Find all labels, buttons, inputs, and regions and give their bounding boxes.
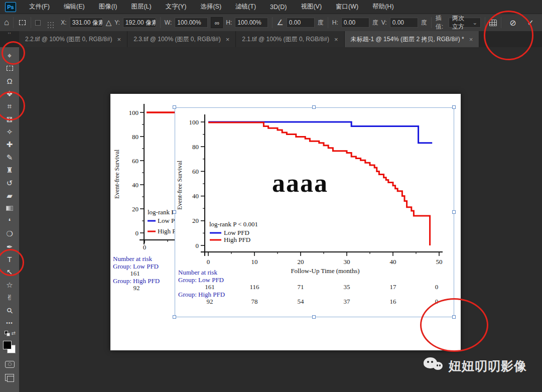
- menu-图像(I)[interactable]: 图像(I): [92, 0, 124, 14]
- bg-number-at-risk-title: Number at risk: [113, 255, 152, 263]
- document-tab[interactable]: 未标题-1 @ 154% (图层 2 拷贝, RGB/8#) *×: [345, 31, 480, 47]
- reference-point-locator-icon[interactable]: [48, 22, 49, 23]
- svg-text:80: 80: [132, 133, 139, 141]
- height-input[interactable]: 100.00%: [235, 18, 268, 28]
- transform-handle[interactable]: [173, 210, 176, 214]
- y-axis-label: Event-free Survival: [176, 160, 183, 210]
- low-risk-value: 35: [344, 283, 350, 291]
- menu-视图(V)[interactable]: 视图(V): [294, 0, 329, 14]
- transform-handle[interactable]: [452, 105, 456, 109]
- menu-文件(F)[interactable]: 文件(F): [22, 0, 57, 14]
- svg-text:Low PFD: Low PFD: [158, 217, 175, 224]
- clone-stamp-tool[interactable]: ♜: [3, 164, 16, 177]
- lasso-tool[interactable]: Ω: [3, 75, 16, 87]
- tab-close-icon[interactable]: ×: [469, 36, 473, 43]
- document-tab[interactable]: 2.3.tif @ 100% (图层 0, RGB/8#)×: [127, 31, 236, 47]
- document-tab[interactable]: 2.2.tif @ 100% (图层 0, RGB/8#)×: [19, 31, 127, 47]
- shape-tool[interactable]: ☆: [3, 279, 16, 291]
- home-icon[interactable]: ⌂: [4, 18, 9, 28]
- toolbar-ellipsis[interactable]: •••: [3, 317, 16, 329]
- swap-colors-icon[interactable]: ⇄: [12, 330, 16, 336]
- svg-text:40: 40: [390, 258, 396, 266]
- history-brush-tool[interactable]: ↺: [3, 177, 16, 189]
- y-input[interactable]: 192.00 像素: [123, 18, 156, 28]
- svg-text:20: 20: [192, 217, 199, 224]
- tab-close-icon[interactable]: ×: [226, 36, 230, 43]
- low-risk-value: 116: [249, 283, 259, 291]
- background-chart-layer: 1008060402000Event-free Survivallog-rank…: [110, 94, 175, 315]
- group-low-label: Group: Low PFD: [178, 276, 224, 284]
- dodge-tool[interactable]: ❍: [3, 227, 16, 240]
- interpolation-label: 插值:: [436, 14, 446, 31]
- tab-close-icon[interactable]: ×: [334, 36, 338, 43]
- document-tab[interactable]: 2.1.tif @ 100% (图层 0, RGB/8#)×: [236, 31, 344, 47]
- transform-handle[interactable]: [452, 210, 456, 214]
- blur-tool[interactable]: ❛: [3, 215, 16, 227]
- width-label: W:: [165, 19, 172, 26]
- menu-图层(L)[interactable]: 图层(L): [124, 0, 158, 14]
- x-input[interactable]: 331.00 像素: [70, 18, 103, 28]
- wechat-icon: [424, 357, 444, 374]
- eyedropper-tool[interactable]: ✧: [3, 125, 16, 138]
- transform-handle[interactable]: [312, 315, 316, 319]
- quick-mask-icon[interactable]: [5, 361, 15, 368]
- reference-point-checkbox[interactable]: [35, 20, 41, 26]
- document-canvas[interactable]: 1008060402000Event-free Survivallog-rank…: [110, 94, 461, 350]
- h-skew-input[interactable]: 0.00: [341, 18, 369, 28]
- menu-帮助(H)[interactable]: 帮助(H): [365, 0, 400, 14]
- high-risk-value: 37: [344, 298, 351, 305]
- transform-handle[interactable]: [173, 105, 176, 109]
- svg-text:10: 10: [251, 258, 258, 266]
- group-high-label: Group: High PFD: [178, 291, 225, 298]
- rotate-angle-icon: ∠: [277, 18, 283, 27]
- menu-编辑(E)[interactable]: 编辑(E): [57, 0, 92, 14]
- annotation-circle-crop-tool: [0, 91, 25, 120]
- eraser-tool[interactable]: ▰: [3, 189, 16, 202]
- low-risk-value: 0: [435, 283, 439, 291]
- aaaa-annotation: aaaa: [272, 169, 328, 197]
- color-swatches[interactable]: [3, 341, 17, 355]
- annotation-circle-move-tool: [2, 41, 25, 65]
- hand-tool[interactable]: ✌: [3, 291, 16, 304]
- menu-3D(D)[interactable]: 3D(D): [263, 0, 294, 14]
- transform-handle[interactable]: [312, 105, 316, 109]
- interpolation-select[interactable]: 两次立方 ⌄: [449, 18, 481, 28]
- svg-text:60: 60: [192, 168, 199, 175]
- high-risk-value: 16: [390, 298, 397, 305]
- tab-close-icon[interactable]: ×: [117, 36, 121, 43]
- svg-text:High PFD: High PFD: [158, 227, 175, 235]
- y-label: Y:: [114, 19, 120, 26]
- survival-chart: 10080604020001020304050Follow-Up Time (m…: [175, 107, 454, 317]
- menu-选择(S)[interactable]: 选择(S): [193, 0, 228, 14]
- options-bar: ⌂ X: 331.00 像素 △ Y: 192.00 像素 W: 100.00%…: [0, 14, 542, 31]
- bg-legend-title: log-rank P < 0.001: [148, 208, 175, 216]
- maintain-aspect-link-icon[interactable]: ∞: [211, 17, 223, 28]
- number-at-risk-title: Number at risk: [178, 269, 217, 276]
- svg-text:0: 0: [143, 243, 147, 251]
- brush-tool[interactable]: ✎: [3, 151, 16, 164]
- menu-滤镜(T)[interactable]: 滤镜(T): [228, 0, 263, 14]
- svg-text:40: 40: [192, 192, 199, 200]
- svg-text:100: 100: [129, 109, 139, 116]
- angle-input[interactable]: 0.00: [287, 18, 315, 28]
- v-skew-input[interactable]: 0.00: [390, 18, 418, 28]
- menu-文字(Y)[interactable]: 文字(Y): [159, 0, 194, 14]
- width-input[interactable]: 100.00%: [175, 18, 208, 28]
- marquee-icon: [7, 66, 13, 71]
- transform-layer[interactable]: 10080604020001020304050Follow-Up Time (m…: [175, 107, 454, 317]
- healing-brush-tool[interactable]: ✚: [3, 139, 16, 151]
- relative-position-delta-icon[interactable]: △: [106, 18, 112, 27]
- low-risk-value: 71: [298, 283, 304, 291]
- watermark-text: 妞妞叨叨影像: [449, 358, 527, 374]
- zoom-tool[interactable]: ⚲: [3, 304, 16, 317]
- foreground-color-swatch[interactable]: [3, 341, 12, 349]
- transform-handle[interactable]: [173, 315, 176, 319]
- tab-title: 2.1.tif @ 100% (图层 0, RGB/8#): [242, 35, 329, 44]
- h-skew-label: H:: [332, 19, 338, 26]
- default-and-swap-colors[interactable]: ⇄: [3, 330, 16, 339]
- legend-low-pfd: Low PFD: [224, 229, 249, 236]
- screen-mode-icon[interactable]: [5, 374, 14, 381]
- menu-窗口(W)[interactable]: 窗口(W): [329, 0, 365, 14]
- gradient-tool[interactable]: [3, 202, 16, 215]
- svg-text:Group: High PFD: Group: High PFD: [113, 277, 160, 285]
